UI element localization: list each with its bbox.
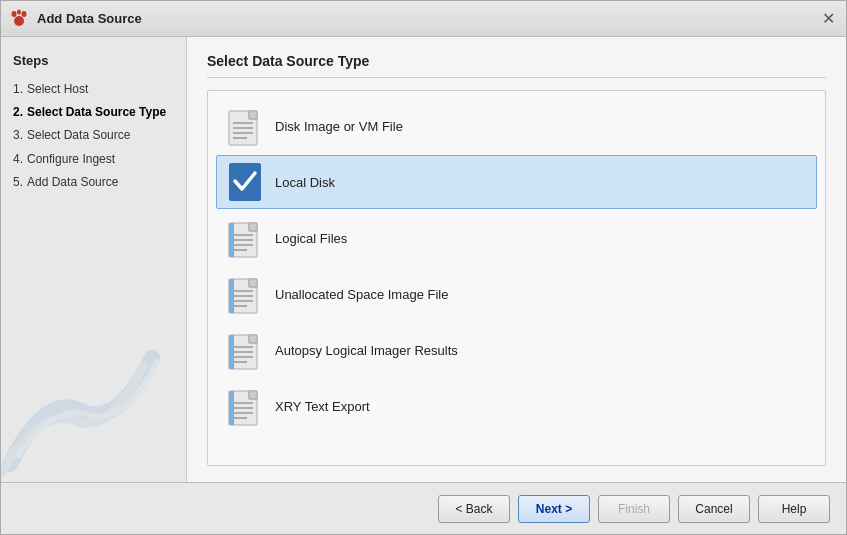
svg-rect-24	[229, 279, 234, 313]
source-label-logical-files: Logical Files	[275, 231, 347, 246]
source-list: Disk Image or VM FileLocal DiskLogical F…	[207, 90, 826, 466]
next-button[interactable]: Next >	[518, 495, 590, 523]
sidebar: Steps 1.Select Host2.Select Data Source …	[1, 37, 187, 482]
source-label-xry-text: XRY Text Export	[275, 399, 370, 414]
app-icon	[9, 9, 29, 29]
source-item-autopsy-logical[interactable]: Autopsy Logical Imager Results	[216, 323, 817, 377]
step-item: 1.Select Host	[13, 78, 174, 101]
source-icon-logical-files	[227, 218, 263, 258]
help-button[interactable]: Help	[758, 495, 830, 523]
footer: < Back Next > Finish Cancel Help	[1, 482, 846, 534]
source-label-unallocated: Unallocated Space Image File	[275, 287, 448, 302]
step-number: 5.	[13, 173, 23, 192]
main-panel: Select Data Source Type Disk Image or VM…	[187, 37, 846, 482]
panel-title: Select Data Source Type	[207, 53, 826, 78]
source-item-local-disk[interactable]: Local Disk	[216, 155, 817, 209]
step-item: 5.Add Data Source	[13, 171, 174, 194]
source-label-autopsy-logical: Autopsy Logical Imager Results	[275, 343, 458, 358]
svg-point-2	[22, 11, 27, 17]
content-area: Steps 1.Select Host2.Select Data Source …	[1, 37, 846, 482]
svg-point-3	[14, 16, 24, 26]
svg-marker-26	[249, 335, 257, 343]
step-number: 1.	[13, 80, 23, 99]
svg-rect-38	[229, 391, 234, 425]
svg-rect-17	[229, 223, 234, 257]
dialog-title: Add Data Source	[37, 11, 142, 26]
svg-point-0	[12, 11, 17, 17]
source-icon-local-disk	[227, 162, 263, 202]
step-item: 2.Select Data Source Type	[13, 101, 174, 124]
svg-marker-19	[249, 279, 257, 287]
title-bar: Add Data Source ✕	[1, 1, 846, 37]
title-bar-left: Add Data Source	[9, 9, 142, 29]
back-button[interactable]: < Back	[438, 495, 510, 523]
svg-marker-33	[249, 391, 257, 399]
source-icon-disk-image	[227, 106, 263, 146]
svg-rect-31	[229, 335, 234, 369]
source-icon-unallocated	[227, 274, 263, 314]
svg-point-1	[17, 9, 21, 14]
source-label-disk-image: Disk Image or VM File	[275, 119, 403, 134]
step-number: 3.	[13, 126, 23, 145]
step-number: 4.	[13, 150, 23, 169]
svg-marker-12	[249, 223, 257, 231]
source-item-xry-text[interactable]: XRY Text Export	[216, 379, 817, 433]
source-label-local-disk: Local Disk	[275, 175, 335, 190]
steps-heading: Steps	[13, 53, 174, 68]
svg-marker-5	[249, 111, 257, 119]
step-item: 3.Select Data Source	[13, 124, 174, 147]
close-button[interactable]: ✕	[818, 9, 838, 29]
source-icon-autopsy-logical	[227, 330, 263, 370]
source-icon-xry-text	[227, 386, 263, 426]
step-number: 2.	[13, 103, 23, 122]
sidebar-watermark	[1, 322, 181, 482]
source-item-disk-image[interactable]: Disk Image or VM File	[216, 99, 817, 153]
finish-button[interactable]: Finish	[598, 495, 670, 523]
source-item-logical-files[interactable]: Logical Files	[216, 211, 817, 265]
step-item: 4.Configure Ingest	[13, 148, 174, 171]
steps-list: 1.Select Host2.Select Data Source Type3.…	[13, 78, 174, 194]
source-item-unallocated[interactable]: Unallocated Space Image File	[216, 267, 817, 321]
cancel-button[interactable]: Cancel	[678, 495, 750, 523]
dialog: Add Data Source ✕ Steps 1.Select Host2.S…	[0, 0, 847, 535]
